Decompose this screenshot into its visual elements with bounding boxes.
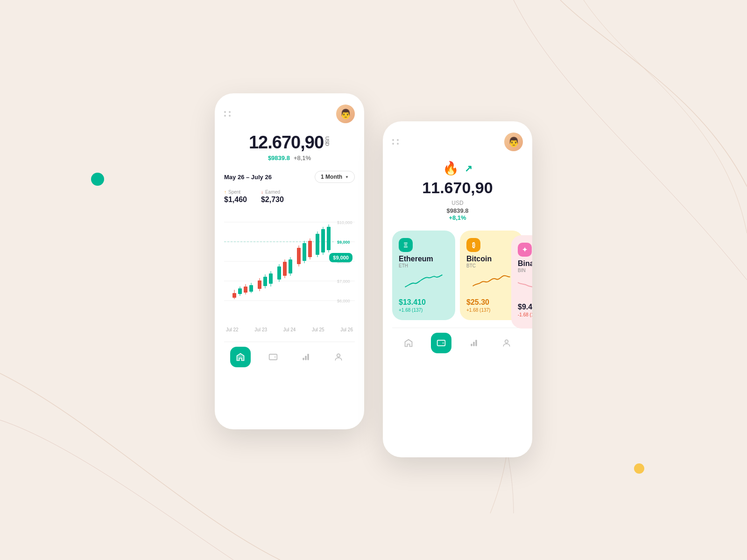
right-phone: 👨 🔥 ↗ 11.670,90 USD $9839.8 +8,1% Ξ Ethe… xyxy=(383,121,532,457)
svg-rect-14 xyxy=(238,288,242,294)
svg-text:$9,000: $9,000 xyxy=(337,240,350,245)
balance-percent: +8,1% xyxy=(294,154,311,161)
svg-text:$7,000: $7,000 xyxy=(337,279,350,284)
crypto-card-bin[interactable]: ✦ Binance BIN $9.44 -1.68 (137) xyxy=(511,235,532,329)
svg-rect-40 xyxy=(321,229,325,252)
stat-earned: ↓ Earned $2,730 xyxy=(261,189,284,204)
eth-change: +1.68 (137) xyxy=(399,308,449,313)
nav-home-btn[interactable] xyxy=(230,347,251,367)
filter-dropdown[interactable]: 1 Month ▼ xyxy=(315,171,355,183)
svg-point-52 xyxy=(505,340,508,343)
svg-rect-24 xyxy=(269,273,273,284)
phone-right-header: 👨 xyxy=(392,133,523,151)
crypto-cards: Ξ Ethereum ETH $13.410 +1.68 (137) ₿ Bit… xyxy=(392,231,523,320)
bin-name: Binance xyxy=(518,259,532,268)
svg-rect-36 xyxy=(308,241,312,257)
svg-text:$10,000: $10,000 xyxy=(337,220,352,225)
spent-label: ↑ Spent xyxy=(224,189,247,195)
svg-rect-34 xyxy=(303,243,306,261)
crypto-card-eth[interactable]: Ξ Ethereum ETH $13.410 +1.68 (137) xyxy=(392,231,455,320)
svg-rect-51 xyxy=(475,340,477,346)
nav-wallet-btn-right[interactable] xyxy=(431,333,451,353)
btc-name: Bitcoin xyxy=(466,255,516,263)
bin-icon: ✦ xyxy=(518,243,532,257)
bin-price: $9.44 xyxy=(518,303,532,311)
nav-chart-btn[interactable] xyxy=(296,347,316,367)
svg-rect-42 xyxy=(327,227,331,250)
left-phone: 👨 12.670,90 USD $9839.8 +8,1% May 26 – J… xyxy=(215,93,364,429)
balance-usd: $9839.8 xyxy=(268,154,290,161)
svg-rect-18 xyxy=(249,285,253,292)
svg-rect-32 xyxy=(297,248,301,264)
bin-ticker: BIN xyxy=(518,268,532,273)
x-axis-labels: Jul 22 Jul 23 Jul 24 Jul 25 Jul 26 xyxy=(224,327,355,332)
x-label-3: Jul 24 xyxy=(283,327,296,332)
filter-label: 1 Month xyxy=(321,174,342,180)
btc-ticker: BTC xyxy=(466,263,516,268)
nav-profile-btn[interactable] xyxy=(328,347,349,367)
menu-dots[interactable] xyxy=(224,111,232,117)
eth-ticker: ETH xyxy=(399,263,449,268)
svg-rect-50 xyxy=(473,342,474,346)
bottom-nav-right xyxy=(392,328,523,353)
svg-rect-16 xyxy=(244,287,247,293)
nav-chart-btn-right[interactable] xyxy=(464,333,484,353)
svg-text:$6,000: $6,000 xyxy=(337,299,350,303)
candlestick-chart: $9,000 $10,000 $9,000 $8,000 $7,000 $6,0… xyxy=(224,210,355,322)
balance-right-currency: USD xyxy=(392,200,523,206)
decorative-dot-teal xyxy=(91,173,104,186)
price-tooltip: $9,000 xyxy=(329,253,352,262)
btc-price: $25.30 xyxy=(466,298,516,307)
avatar-right[interactable]: 👨 xyxy=(504,133,523,151)
eth-name: Ethereum xyxy=(399,255,449,263)
balance-amount: 12.670,90 USD xyxy=(224,133,355,153)
down-arrow-icon: ↓ xyxy=(261,189,263,195)
balance-right-amount: 11.670,90 xyxy=(392,179,523,197)
bottom-nav-left xyxy=(224,342,355,367)
stats-row: ↑ Spent $1,460 ↓ Earned $2,730 xyxy=(224,189,355,204)
balance-right-main: 11.670,90 xyxy=(392,179,523,197)
up-arrow-icon: ↑ xyxy=(224,189,226,195)
avatar[interactable]: 👨 xyxy=(336,105,355,123)
balance-currency: USD xyxy=(324,136,330,146)
eth-icon: Ξ xyxy=(399,238,413,252)
fire-header: 🔥 ↗ xyxy=(392,161,523,176)
nav-profile-btn-right[interactable] xyxy=(496,333,517,353)
earned-label: ↓ Earned xyxy=(261,189,284,195)
svg-rect-20 xyxy=(258,280,261,289)
svg-rect-30 xyxy=(289,259,292,273)
btc-change: +1.68 (137) xyxy=(466,308,516,313)
chevron-down-icon: ▼ xyxy=(345,175,349,179)
fire-icon: 🔥 xyxy=(443,161,459,176)
svg-rect-45 xyxy=(305,356,306,360)
svg-rect-49 xyxy=(471,344,472,346)
balance-right-pct: +8,1% xyxy=(392,214,523,221)
x-label-1: Jul 22 xyxy=(226,327,239,332)
stat-spent: ↑ Spent $1,460 xyxy=(224,189,247,204)
nav-wallet-btn[interactable] xyxy=(263,347,283,367)
balance-section: 12.670,90 USD $9839.8 +8,1% xyxy=(224,133,355,161)
svg-point-47 xyxy=(337,354,340,357)
svg-rect-22 xyxy=(263,277,267,286)
balance-sub: $9839.8 +8,1% xyxy=(224,154,355,161)
x-label-4: Jul 25 xyxy=(312,327,324,332)
nav-home-btn-right[interactable] xyxy=(398,333,419,353)
date-filter-row: May 26 – July 26 1 Month ▼ xyxy=(224,171,355,183)
phones-container: 👨 12.670,90 USD $9839.8 +8,1% May 26 – J… xyxy=(215,93,532,457)
btc-icon: ₿ xyxy=(466,238,480,252)
svg-rect-46 xyxy=(307,354,309,360)
svg-rect-12 xyxy=(233,293,236,298)
bin-change: -1.68 (137) xyxy=(518,312,532,317)
x-label-2: Jul 23 xyxy=(254,327,267,332)
svg-rect-44 xyxy=(303,358,304,360)
decorative-dot-yellow xyxy=(634,463,644,474)
svg-rect-28 xyxy=(283,262,287,276)
trending-arrow-icon: ↗ xyxy=(465,163,472,174)
balance-right-usd: $9839.8 xyxy=(392,207,523,214)
eth-price: $13.410 xyxy=(399,298,449,307)
svg-rect-26 xyxy=(277,266,281,280)
x-label-5: Jul 26 xyxy=(340,327,353,332)
menu-dots-right[interactable] xyxy=(392,139,400,145)
spent-value: $1,460 xyxy=(224,196,247,204)
date-range: May 26 – July 26 xyxy=(224,174,272,181)
